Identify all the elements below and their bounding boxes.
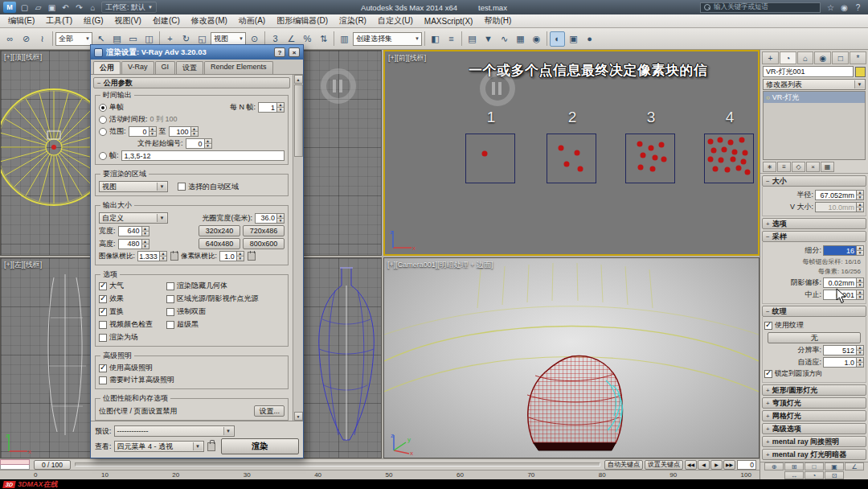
option-checkbox[interactable] [99, 321, 107, 329]
playback-button-1[interactable]: ◀ [698, 460, 710, 470]
radius-spinner[interactable]: ▲▼ [857, 190, 864, 200]
render-option-1[interactable]: 渲染隐藏几何体 [166, 281, 285, 291]
every-n-spinner[interactable]: ▲▼ [277, 102, 285, 113]
configure-modifier-sets-icon[interactable]: ▦ [821, 162, 834, 172]
utilities-tab[interactable]: * [850, 51, 866, 64]
option-checkbox[interactable] [99, 282, 107, 290]
hierarchy-tab[interactable]: ⌂ [797, 51, 814, 64]
undo-icon[interactable]: ↶ [59, 2, 72, 13]
render-option-5[interactable]: 强制双面 [166, 306, 285, 317]
render-option-8[interactable]: 渲染为场 [99, 332, 163, 343]
menu-item-7[interactable]: 图形编辑器(D) [271, 14, 334, 27]
zoom-extents-icon[interactable]: □ [805, 462, 824, 471]
current-frame-field[interactable]: 0 [737, 460, 756, 470]
radius-field[interactable]: 67.052mm [815, 190, 857, 200]
orbit-icon[interactable]: ◔ [805, 471, 824, 479]
frames-field[interactable]: 1,3,5-12 [121, 150, 285, 161]
rollout-collapsed-4[interactable]: +mental ray 间接照明 [762, 436, 866, 447]
menu-item-9[interactable]: 自定义(U) [372, 14, 419, 27]
dialog-help-button[interactable]: ? [274, 47, 285, 57]
sign-in-icon[interactable]: ◉ [837, 2, 851, 13]
range-from-spinner[interactable]: ▲▼ [149, 126, 157, 137]
reference-coordinate-dropdown[interactable]: 视图▼ [211, 32, 246, 46]
playback-button-2[interactable]: ▶ [710, 460, 723, 470]
scroll-down-icon[interactable]: ▼ [294, 412, 303, 421]
bind-spacewarp-icon[interactable]: ≀ [35, 31, 50, 47]
range-to-field[interactable]: 100 [169, 126, 191, 137]
viewport-left-label[interactable]: [+][左][线框] [4, 260, 42, 270]
resolution-spinner[interactable]: ▲▼ [857, 345, 864, 355]
use-adv-lighting-checkbox[interactable] [99, 364, 107, 372]
workspace-dropdown[interactable]: 工作区: 默认▼ [101, 2, 157, 13]
width-spinner[interactable]: ▲▼ [142, 226, 149, 236]
viewport-front-label[interactable]: [+][前][线框] [388, 53, 426, 64]
render-area-dropdown[interactable]: 视图 [99, 181, 168, 192]
curve-editor-icon[interactable]: ∿ [497, 31, 512, 47]
material-editor-icon[interactable]: ◉ [529, 31, 544, 47]
shadow-bias-field[interactable]: 0.02mm [823, 277, 857, 288]
menu-item-11[interactable]: 帮助(H) [478, 14, 517, 27]
pixel-aspect-spinner[interactable]: ▲▼ [237, 251, 244, 261]
render-option-4[interactable]: 置换 [99, 306, 163, 317]
res-320x240-button[interactable]: 320x240 [199, 225, 240, 236]
unlink-icon[interactable]: ⊘ [18, 31, 34, 47]
maxscript-mini-listener[interactable] [0, 459, 30, 470]
playback-button-0[interactable]: ◀◀ [685, 460, 697, 470]
width-field[interactable]: 640 [118, 226, 142, 236]
rollout-texture[interactable]: −纹理 [762, 306, 866, 317]
render-setup-icon[interactable]: ◐ [550, 31, 565, 47]
render-option-0[interactable]: 大气 [99, 281, 163, 291]
file-number-field[interactable]: 0 [186, 138, 205, 149]
render-option-6[interactable]: 视频颜色检查 [99, 319, 163, 330]
shadow-bias-spinner[interactable]: ▲▼ [857, 277, 864, 288]
rollout-sampling[interactable]: −采样 [762, 231, 866, 242]
rollout-collapsed-3[interactable]: +高级选项 [762, 423, 866, 434]
create-tab[interactable]: + [762, 51, 779, 64]
steering-wheel-ghost-icon[interactable] [321, 68, 356, 104]
mirror-icon[interactable]: ◧ [428, 31, 443, 47]
compute-adv-lighting-checkbox[interactable] [99, 376, 107, 384]
pixel-aspect-field[interactable]: 1.0 [219, 251, 237, 261]
range-from-field[interactable]: 0 [129, 126, 149, 137]
display-tab[interactable]: □ [832, 51, 849, 64]
subdivs-spinner[interactable]: ▲▼ [857, 245, 864, 256]
single-frame-radio[interactable] [99, 104, 107, 112]
menu-item-6[interactable]: 动画(A) [233, 14, 271, 27]
stack-item-vraylight[interactable]: ○ VR-灯光 [764, 92, 865, 103]
dialog-title-bar[interactable]: 渲染设置: V-Ray Adv 3.20.03 ? × [91, 45, 303, 60]
help-icon[interactable]: ? [851, 2, 865, 13]
tab-gi[interactable]: GI [155, 61, 176, 74]
height-spinner[interactable]: ▲▼ [142, 239, 149, 249]
menu-item-1[interactable]: 工具(T) [40, 14, 78, 27]
res-720x486-button[interactable]: 720x486 [243, 225, 285, 236]
dialog-scrollbar[interactable]: ▲ ▼ [293, 75, 303, 421]
auto-key-button[interactable]: 自动关键点 [604, 460, 643, 470]
option-checkbox[interactable] [99, 308, 107, 316]
rollout-collapsed-2[interactable]: +网格灯光 [762, 410, 866, 421]
modify-tab[interactable]: ◔ [780, 51, 796, 64]
viewport-camera-label[interactable]: [+][Camera001][明暗处理 + 边面] [387, 260, 493, 270]
option-checkbox[interactable] [166, 295, 174, 303]
active-segment-radio[interactable] [99, 116, 107, 124]
remove-modifier-icon[interactable]: × [806, 162, 820, 172]
wirecolor-swatch[interactable] [855, 67, 866, 77]
range-radio[interactable] [99, 128, 107, 136]
menu-item-4[interactable]: 创建(C) [147, 14, 186, 27]
pin-stack-icon[interactable]: ∗ [763, 162, 776, 172]
redo-icon[interactable]: ↷ [72, 2, 86, 13]
rollout-common-parameters[interactable]: −公用参数 [93, 77, 290, 88]
pixel-aspect-lock-icon[interactable] [248, 252, 256, 261]
tab-settings[interactable]: 设置 [176, 61, 203, 74]
spinner-snap-icon[interactable]: ⇅ [316, 31, 331, 47]
time-slider-handle[interactable]: 0 / 100 [34, 460, 71, 470]
pan-icon[interactable]: ↔ [784, 471, 804, 479]
viewport-top-label[interactable]: [+][顶][线框] [4, 52, 42, 63]
playback-button-3[interactable]: ▶▶ [723, 460, 735, 470]
height-field[interactable]: 480 [118, 239, 142, 249]
fov-icon[interactable]: ∠ [845, 462, 864, 471]
menu-item-3[interactable]: 视图(V) [109, 14, 147, 27]
render-button[interactable]: 渲染 [221, 438, 299, 454]
lock-dome-checkbox[interactable] [764, 370, 772, 378]
viewport-camera[interactable]: [+][Camera001][明暗处理 + 边面] [383, 257, 760, 458]
menu-item-0[interactable]: 编辑(E) [2, 14, 40, 27]
